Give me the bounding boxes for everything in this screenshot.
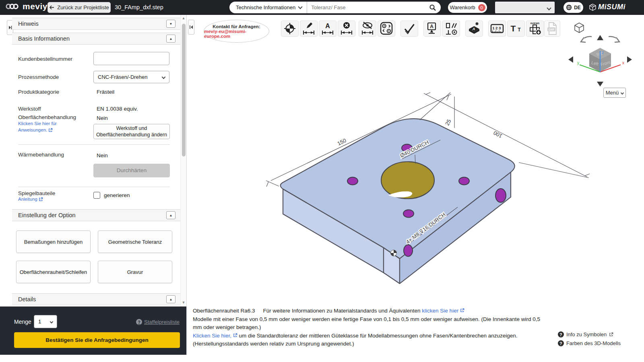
note-line-2: Modelle mit einer Fase von 0,5 mm oder w…: [193, 315, 547, 324]
model-colors-link[interactable]: ? Farben des 3D-Modells: [558, 340, 621, 346]
menge-label: Menge: [14, 319, 31, 325]
search-category-select[interactable]: Technische Informationen: [229, 4, 307, 10]
svg-text:A: A: [472, 27, 475, 31]
config-sidebar: Hinweis ▼ Basis Informationen ▲ Kundenbe…: [0, 15, 186, 355]
cart-button[interactable]: Warenkorb 0: [448, 2, 487, 13]
sidebar-scrollbar[interactable]: ▲ ▼: [180, 15, 186, 306]
divider: [18, 144, 170, 145]
section-title: Details: [18, 296, 36, 302]
anleitung-link[interactable]: Anleitung: [18, 197, 43, 202]
chevron-down-icon: [162, 75, 166, 79]
section-title: Hinweis: [18, 21, 39, 27]
tapped-hole: [459, 177, 469, 185]
part-body[interactable]: [281, 119, 515, 284]
viewport-menu-button[interactable]: Menü: [603, 88, 626, 98]
prozessmethode-select[interactable]: CNC-Fräsen/-Drehen: [93, 71, 169, 83]
six-views-download-button[interactable]: 6VIEWS: [526, 21, 544, 37]
contact-email[interactable]: meviy-eu@misumi-europe.com: [204, 29, 269, 39]
scroll-up-arrow[interactable]: ▲: [182, 16, 186, 20]
external-link-icon: [460, 308, 464, 313]
tilt-up-arrow[interactable]: [597, 35, 603, 40]
basis-collapse-toggle[interactable]: ▲: [166, 35, 175, 43]
panel-expand-icon: [8, 26, 12, 29]
question-circle-icon: ?: [136, 319, 142, 325]
hinweis-expand-toggle[interactable]: ▼: [166, 20, 175, 28]
symbols-info-link[interactable]: ? Info zu Symbolen: [558, 331, 621, 337]
generieren-checkbox[interactable]: [93, 192, 100, 199]
meviy-logo[interactable]: meviy: [6, 2, 47, 11]
durchhaerten-button[interactable]: Durchhärten: [93, 164, 170, 177]
kundenbestellnummer-input[interactable]: [93, 52, 169, 65]
order-footer: Menge 1 ? Staffelpreisliste Bestätigen S…: [0, 306, 186, 355]
isometric-view-icon[interactable]: [575, 23, 584, 33]
z-axis-label: z: [602, 50, 604, 55]
scroll-down-arrow[interactable]: ▼: [182, 300, 186, 304]
svg-text:T: T: [518, 27, 521, 33]
misumi-logo: MiSUMi: [589, 3, 625, 11]
cart-count-badge: 0: [478, 4, 485, 11]
note-line-4: Klicken Sie hier, um die Standardtoleran…: [193, 332, 547, 340]
hide-dimension-button[interactable]: [359, 21, 376, 37]
kundenbestellnummer-label: Kundenbestellnummer: [18, 56, 72, 62]
text-size-button[interactable]: T T: [507, 21, 525, 37]
geometric-tolerance-button[interactable]: [442, 21, 460, 37]
delete-dimension-button[interactable]: [338, 21, 355, 37]
side-hole: [404, 245, 413, 257]
tapped-hole: [403, 210, 414, 218]
back-to-projects-button[interactable]: Zurück zur Projektliste: [47, 2, 111, 13]
option-collapse-toggle[interactable]: ▲: [166, 211, 175, 219]
produktkategorie-label: Produktkategorie: [18, 89, 59, 95]
rotate-view-right-arrow[interactable]: [627, 56, 632, 63]
language-button[interactable]: DE: [564, 2, 583, 13]
brand-name: meviy: [23, 2, 47, 11]
misumi-wordmark: MiSUMi: [598, 3, 625, 11]
search-input[interactable]: [307, 4, 429, 10]
geometric-tolerance-button[interactable]: Geometrische Toleranz: [98, 230, 172, 253]
surface-text-button[interactable]: A: [423, 21, 441, 37]
confirm-request-button[interactable]: Bestätigen Sie die Anfragebedingungen: [14, 332, 180, 348]
quantity-select[interactable]: 1: [34, 315, 57, 328]
edit-dimension-button[interactable]: [300, 21, 318, 37]
engraving-button[interactable]: Gravur: [98, 261, 172, 283]
add-dimensions-button[interactable]: Bemaßungen hinzufügen: [16, 230, 91, 253]
note-line-5: (Herstellungsstandards werden relativ zu…: [193, 340, 547, 348]
produktkategorie-value: Frästeil: [97, 89, 114, 95]
werkstoff-value: EN 1.0038 equiv.: [97, 106, 138, 112]
search-icon[interactable]: [429, 4, 436, 11]
chevron-down-icon: [298, 4, 302, 9]
question-circle-icon: ?: [558, 331, 564, 337]
instructions-link-line2[interactable]: Anweisungen.: [18, 128, 53, 132]
rotate-right-arrow[interactable]: [609, 37, 619, 42]
add-position-dimension-button[interactable]: [281, 21, 299, 37]
header-dropdown[interactable]: [495, 2, 555, 13]
contact-label: Kontakt für Anfragen:: [213, 24, 260, 29]
rotate-left-arrow[interactable]: [581, 37, 592, 42]
surface-roughness-button[interactable]: Oberflächenrauheit/Schleifen: [16, 261, 91, 283]
tilt-down-arrow[interactable]: [597, 82, 603, 86]
dxf-label: DXF: [549, 28, 555, 31]
section-header-option: Einstellung der Option ▲: [12, 209, 180, 221]
measure-numbers-button[interactable]: 123: [488, 21, 506, 37]
standard-tolerance-link[interactable]: Klicken Sie hier,: [193, 333, 231, 339]
material-standards-link[interactable]: klicken Sie hier: [422, 308, 458, 314]
scrollbar-thumb[interactable]: [182, 24, 186, 156]
back-arrow-icon: [49, 5, 54, 10]
engraving-button[interactable]: A: [465, 21, 483, 37]
contact-bubble: Kontakt für Anfragen: meviy-eu@misumi-eu…: [204, 20, 269, 43]
staffelpreisliste-link[interactable]: ? Staffelpreisliste: [136, 319, 180, 325]
hole-dimension-group-button[interactable]: [378, 21, 395, 37]
dxf-download-button[interactable]: DXF: [544, 21, 560, 37]
x-axis-label: x: [622, 61, 624, 65]
details-collapse-toggle[interactable]: ▲: [166, 295, 175, 303]
change-material-button[interactable]: Werkstoff und Oberflächenbehandlung ände…: [93, 124, 170, 139]
width-dimension: 100: [493, 130, 504, 139]
external-link-icon: [39, 197, 43, 202]
instructions-link[interactable]: Klicken Sie hier für: [18, 121, 57, 126]
oberflaechenbehandlung-value: Nein: [97, 115, 108, 121]
rotate-view-left-arrow[interactable]: [568, 56, 573, 63]
apply-check-button[interactable]: [400, 21, 418, 37]
svg-text:A: A: [430, 24, 433, 29]
dimension-text-size-button[interactable]: A: [319, 21, 336, 37]
external-link-icon: [609, 332, 613, 337]
search-bar: Technische Informationen: [229, 2, 441, 13]
